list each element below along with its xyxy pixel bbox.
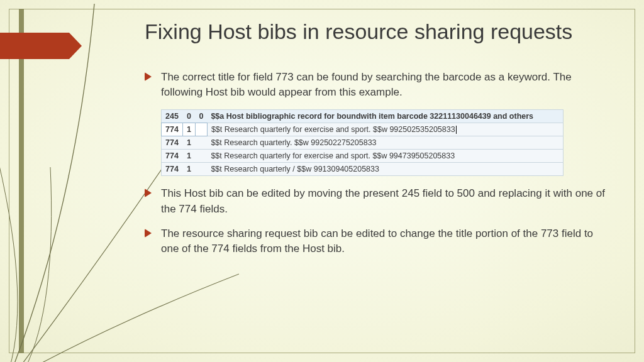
table-row: 774 1 $$t Research quarterly for exercis…	[162, 150, 564, 163]
marc-tag: 774	[162, 163, 183, 176]
marc-data: $$t Research quarterly for exercise and …	[207, 123, 563, 136]
marc-tag: 774	[162, 123, 183, 136]
left-accent-bar	[19, 9, 24, 353]
marc-ind2	[195, 136, 207, 150]
marc-data: $$t Research quarterly. $$w 992502275205…	[207, 136, 563, 150]
marc-tag: 245	[162, 110, 183, 123]
text-cursor-icon	[456, 126, 457, 134]
table-row: 774 1 $$t Research quarterly. $$w 992502…	[162, 136, 564, 150]
marc-ind1: 1	[183, 150, 196, 163]
table-row: 774 1 $$t Research quarterly / $$w 99130…	[162, 163, 564, 176]
marc-data: $$t Research quarterly / $$w 99130940520…	[207, 163, 563, 176]
table-row: 774 1 $$t Research quarterly for exercis…	[162, 123, 564, 136]
marc-data: $$t Research quarterly for exercise and …	[207, 150, 563, 163]
marc-ind2	[195, 150, 207, 163]
bullet-list: The correct title for field 773 can be f…	[145, 70, 606, 257]
bullet-item: This Host bib can be edited by moving th…	[145, 186, 606, 217]
bullet-item: The correct title for field 773 can be f…	[145, 70, 606, 101]
marc-ind1: 0	[183, 110, 196, 123]
table-row: 245 0 0 $$a Host bibliographic record fo…	[162, 110, 564, 123]
slide-title: Fixing Host bibs in resource sharing req…	[145, 19, 606, 45]
marc-ind2	[195, 123, 207, 136]
title-arrow-icon	[0, 33, 82, 59]
marc-ind2	[195, 163, 207, 176]
marc-ind1: 1	[183, 123, 196, 136]
marc-tag: 774	[162, 150, 183, 163]
marc-ind1: 1	[183, 163, 196, 176]
marc-ind2: 0	[195, 110, 207, 123]
marc-tag: 774	[162, 136, 183, 150]
marc-data: $$a Host bibliographic record for boundw…	[207, 110, 563, 123]
slide-content: Fixing Host bibs in resource sharing req…	[145, 19, 606, 266]
marc-ind1: 1	[183, 136, 196, 150]
bullet-item: The resource sharing request bib can be …	[145, 226, 606, 257]
marc-record-table: 245 0 0 $$a Host bibliographic record fo…	[161, 109, 564, 176]
